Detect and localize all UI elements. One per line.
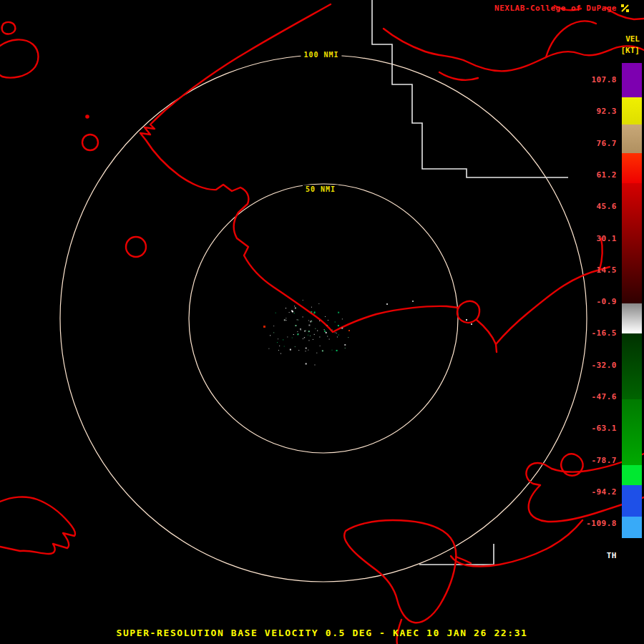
colorbar-label: -0.9	[565, 297, 617, 306]
colorbar-label: 92.3	[565, 107, 617, 116]
radar-echo-dot	[263, 326, 265, 328]
radar-echo-dot	[270, 335, 270, 336]
radar-echo-dot	[303, 316, 303, 317]
radar-echo-dot	[294, 313, 295, 313]
radar-echo-dot	[279, 346, 280, 346]
radar-echo-dot	[471, 323, 472, 325]
radar-echo-dot	[317, 331, 318, 331]
radar-echo-dot	[342, 318, 343, 319]
colorbar-label: 61.2	[565, 170, 617, 180]
radar-echo-dot	[292, 311, 293, 312]
coastline-main	[140, 4, 459, 332]
radar-echo-dot	[412, 301, 414, 302]
radar-echo-dot	[324, 329, 325, 330]
radar-echo-dot	[297, 319, 298, 320]
radar-echo-dot	[295, 308, 296, 309]
caption: SUPER-RESOLUTION BASE VELOCITY 0.5 DEG -…	[0, 628, 644, 638]
radar-echo-dot	[348, 337, 348, 338]
radar-echo-dot	[303, 300, 303, 301]
outer-ring-label: 100 NMI	[301, 51, 341, 59]
radar-echo-dot	[308, 320, 309, 321]
colorbar-gradient	[622, 63, 642, 555]
radar-echo-dot	[324, 331, 326, 332]
radar-echo-dot	[278, 338, 278, 339]
radar-echo-dot	[268, 348, 269, 349]
radar-echo-dot	[277, 342, 278, 343]
header-title-bar: NEXLAB-College of DuPage	[494, 4, 630, 13]
colorbar-unit: [KT]	[594, 46, 640, 55]
radar-echo-dot	[298, 350, 299, 351]
radar-echo-dot	[304, 337, 305, 338]
radar-echo-dot	[286, 308, 286, 308]
cod-paintbrush-icon	[620, 4, 630, 13]
inner-ring-label: 50 NMI	[303, 185, 338, 193]
radar-echo-dot	[284, 319, 286, 321]
coastline-left-lake-small	[82, 135, 98, 150]
radar-echo-dot	[328, 320, 328, 321]
range-ring-50nmi	[189, 184, 458, 453]
colorbar-label: 107.8	[565, 75, 617, 84]
radar-echo-dot	[327, 325, 328, 326]
colorbar-label: 14.5	[565, 265, 617, 275]
radar-echo-dot	[289, 312, 290, 313]
radar-echo-dot	[283, 339, 283, 340]
radar-echo-dot	[344, 344, 346, 346]
radar-echo-dot	[304, 331, 306, 332]
coastline-topleft-blob	[0, 39, 39, 77]
coastline-left-dot	[86, 115, 88, 117]
radar-echo-dot	[273, 326, 274, 326]
coastline-topright-wiggle	[439, 72, 478, 80]
radar-echo-dot	[308, 350, 308, 351]
radar-echo-dot	[336, 333, 337, 333]
radar-echo-dot	[312, 321, 313, 322]
radar-echo-dot	[316, 353, 317, 353]
colorbar-title: VEL	[594, 34, 640, 44]
radar-echo-dot	[335, 321, 336, 322]
boundary-stairstep-northeast	[372, 0, 568, 177]
radar-echo-dot	[308, 324, 310, 326]
radar-echo-dot	[315, 328, 316, 329]
colorbar-label: -94.2	[565, 487, 617, 497]
radar-echo-dot	[386, 303, 388, 305]
radar-echo-dot	[292, 338, 293, 338]
radar-echo-dot	[306, 331, 306, 331]
radar-echo-dot	[311, 307, 312, 308]
radar-echo-dot	[314, 312, 316, 313]
echo-cluster	[263, 300, 472, 365]
range-rings	[60, 55, 587, 582]
radar-echo-dot	[319, 336, 320, 337]
radar-echo-dot	[313, 313, 314, 314]
coastline-topleft-islet	[2, 22, 16, 34]
radar-echo-dot	[294, 306, 295, 306]
radar-echo-dot	[295, 346, 296, 347]
radar-echo-dot	[306, 363, 307, 364]
radar-echo-dot	[306, 351, 306, 351]
colorbar-label: 45.6	[565, 202, 617, 211]
radar-echo-dot	[303, 338, 303, 339]
radar-echo-dot	[314, 364, 315, 365]
page-title: NEXLAB-College of DuPage	[494, 4, 617, 13]
radar-echo-dot	[278, 350, 279, 351]
colorbar-label: -63.1	[565, 424, 617, 433]
colorbar-label: -32.0	[565, 361, 617, 370]
colorbar-label: 76.7	[565, 139, 617, 148]
radar-echo-dot	[332, 330, 333, 331]
radar-echo-dot	[310, 336, 311, 336]
radar-echo-dot	[308, 340, 309, 341]
radar-echo-dot	[338, 335, 339, 336]
colorbar-label: -47.6	[565, 392, 617, 401]
radar-echo-dot	[311, 311, 312, 313]
radar-map	[0, 0, 644, 644]
radar-echo-dot	[331, 350, 332, 351]
radar-echo-dot	[280, 353, 281, 354]
radar-echo-dot	[319, 321, 320, 321]
radar-echo-dot	[336, 350, 338, 351]
coastline-bottomright-lower	[451, 520, 582, 566]
colorbar-label: TH	[565, 551, 617, 560]
radar-echo-dot	[329, 339, 330, 340]
radar-echo-dot	[327, 336, 328, 337]
radar-echo-dot	[338, 312, 339, 313]
colorbar-label: 30.1	[565, 234, 617, 243]
radar-echo-dot	[345, 348, 346, 348]
radar-echo-dot	[286, 320, 287, 321]
